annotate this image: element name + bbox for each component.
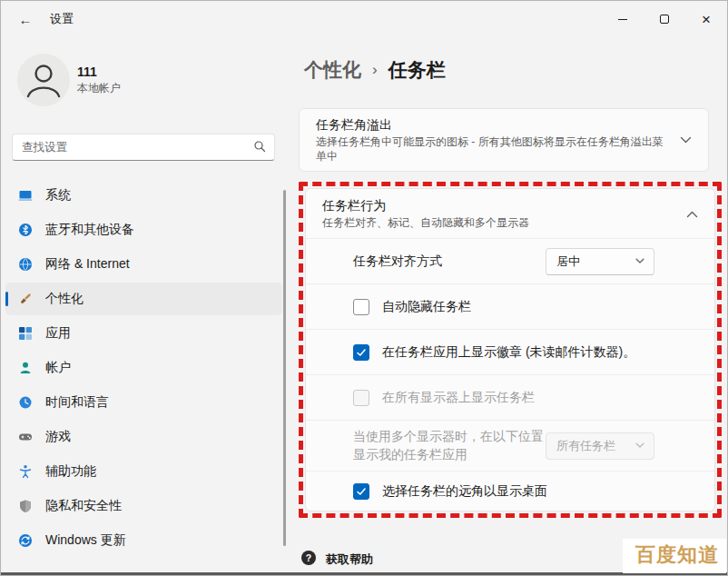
- all-displays-checkbox[interactable]: [353, 390, 369, 406]
- card-subtitle: 选择任务栏角中可能显示的图标 - 所有其他图标将显示在任务栏角溢出菜单中: [316, 134, 665, 164]
- far-corner-checkbox[interactable]: [353, 483, 369, 500]
- accounts-icon: [18, 361, 33, 375]
- sidebar-item-label: 蓝牙和其他设备: [45, 222, 134, 238]
- breadcrumb-parent[interactable]: 个性化: [304, 57, 361, 83]
- user-type: 本地帐户: [77, 81, 121, 96]
- taskbar-corner-overflow-card[interactable]: 任务栏角溢出 选择任务栏角中可能显示的图标 - 所有其他图标将显示在任务栏角溢出…: [299, 108, 709, 172]
- chevron-up-icon[interactable]: [686, 210, 698, 218]
- close-icon: ×: [702, 12, 711, 27]
- user-name: 111: [77, 65, 121, 79]
- person-icon: [18, 55, 69, 105]
- search-input[interactable]: [12, 134, 275, 161]
- row-label: 在任务栏应用上显示徽章 (未读邮件计数器)。: [382, 343, 635, 362]
- card-title: 任务栏角溢出: [316, 116, 665, 133]
- watermark: 百度知道: [623, 539, 726, 573]
- sidebar-item-label: 系统: [45, 187, 71, 204]
- sidebar-item-network[interactable]: 网络 & Internet: [5, 248, 282, 281]
- sidebar-item-label: 辅助功能: [45, 463, 96, 480]
- back-icon: ←: [19, 12, 33, 27]
- sidebar-item-privacy-security[interactable]: 隐私和安全性: [5, 490, 282, 522]
- user-account[interactable]: 111 本地帐户: [17, 54, 288, 106]
- highlight-dashed-border: 任务栏行为 任务栏对齐、标记、自动隐藏和多个显示器 任务栏对齐方式 居中: [299, 182, 722, 518]
- personalization-icon: [18, 292, 33, 306]
- sidebar-item-label: 应用: [45, 325, 71, 342]
- row-label: 在所有显示器上显示任务栏: [382, 389, 535, 407]
- avatar: [17, 54, 70, 106]
- multi-display-dropdown[interactable]: 所有任务栏: [546, 432, 654, 460]
- network-icon: [18, 257, 33, 272]
- row-taskbar-alignment: 任务栏对齐方式 居中: [306, 238, 714, 283]
- dropdown-value: 居中: [556, 253, 580, 270]
- row-show-badges: 在任务栏应用上显示徽章 (未读邮件计数器)。: [306, 329, 714, 374]
- sidebar-item-apps[interactable]: 应用: [5, 317, 282, 350]
- sidebar-item-bluetooth-devices[interactable]: 蓝牙和其他设备: [5, 214, 282, 246]
- sidebar-item-gaming[interactable]: 游戏: [5, 421, 282, 453]
- privacy-icon: [18, 499, 33, 513]
- chevron-down-icon[interactable]: [680, 136, 692, 144]
- minimize-button[interactable]: [602, 1, 644, 37]
- sidebar-nav: 系统 蓝牙和其他设备 网络 & Internet: [5, 179, 282, 557]
- row-show-on-all-displays: 在所有显示器上显示任务栏: [306, 374, 714, 420]
- check-icon: [356, 486, 367, 497]
- sidebar-item-personalization[interactable]: 个性化: [5, 283, 282, 315]
- row-far-corner-show-desktop: 选择任务栏的远角以显示桌面: [306, 471, 714, 511]
- help-label: 获取帮助: [326, 551, 373, 568]
- row-label: 选择任务栏的远角以显示桌面: [382, 482, 547, 501]
- sidebar-scrollbar[interactable]: [283, 190, 286, 546]
- chevron-down-icon: [635, 258, 644, 264]
- settings-window: ← 设置 × 111 本地帐户: [0, 0, 728, 576]
- titlebar: ← 设置 ×: [1, 1, 727, 37]
- maximize-icon: [660, 15, 669, 24]
- row-auto-hide-taskbar: 自动隐藏任务栏: [306, 283, 714, 329]
- back-button[interactable]: ←: [8, 4, 43, 35]
- row-label: 任务栏对齐方式: [353, 253, 442, 271]
- search-icon: [253, 140, 267, 157]
- windows-update-icon: [18, 533, 33, 548]
- sidebar-item-label: 网络 & Internet: [45, 256, 130, 273]
- sidebar-item-label: 个性化: [45, 291, 84, 307]
- sidebar-item-system[interactable]: 系统: [5, 179, 282, 212]
- breadcrumb-separator: ›: [372, 61, 378, 79]
- chevron-down-icon: [635, 442, 644, 449]
- sidebar-item-label: Windows 更新: [45, 532, 126, 549]
- main-content: 个性化 › 任务栏 任务栏角溢出 选择任务栏角中可能显示的图标 - 所有其他图标…: [288, 37, 728, 576]
- sidebar-item-accessibility[interactable]: 辅助功能: [5, 455, 282, 488]
- page-title: 任务栏: [389, 57, 446, 83]
- get-help-link[interactable]: ? 获取帮助: [300, 550, 373, 570]
- breadcrumb: 个性化 › 任务栏: [304, 57, 722, 83]
- row-label: 当使用多个显示器时，在以下位置显示我的任务栏应用: [353, 428, 546, 463]
- alignment-dropdown[interactable]: 居中: [546, 248, 654, 275]
- system-icon: [18, 188, 33, 203]
- sidebar-item-time-language[interactable]: 时间和语言: [5, 386, 282, 419]
- minimize-icon: [618, 19, 627, 20]
- section-title: 任务栏行为: [322, 197, 672, 214]
- dropdown-value: 所有任务栏: [556, 438, 615, 454]
- sidebar-item-label: 时间和语言: [45, 394, 109, 411]
- check-icon: [356, 347, 367, 358]
- section-subtitle: 任务栏对齐、标记、自动隐藏和多个显示器: [322, 215, 672, 230]
- row-multi-display-taskbar-apps: 当使用多个显示器时，在以下位置显示我的任务栏应用 所有任务栏: [306, 420, 714, 471]
- sidebar-item-windows-update[interactable]: Windows 更新: [5, 524, 282, 557]
- taskbar-behaviors-header[interactable]: 任务栏行为 任务栏对齐、标记、自动隐藏和多个显示器: [306, 189, 714, 238]
- apps-icon: [18, 326, 33, 341]
- sidebar-item-label: 帐户: [45, 360, 71, 376]
- sidebar: 111 本地帐户 系统: [1, 37, 288, 576]
- auto-hide-checkbox[interactable]: [353, 299, 369, 315]
- bluetooth-icon: [18, 223, 33, 237]
- show-badges-checkbox[interactable]: [353, 344, 369, 361]
- window-title: 设置: [50, 11, 74, 27]
- accessibility-icon: [18, 464, 33, 479]
- close-button[interactable]: ×: [685, 1, 727, 37]
- help-icon: ?: [300, 550, 317, 570]
- time-language-icon: [18, 395, 33, 410]
- row-label: 自动隐藏任务栏: [382, 298, 471, 316]
- gaming-icon: [18, 430, 33, 444]
- sidebar-item-accounts[interactable]: 帐户: [5, 352, 282, 384]
- svg-text:?: ?: [306, 552, 311, 563]
- taskbar-behaviors-section: 任务栏行为 任务栏对齐、标记、自动隐藏和多个显示器 任务栏对齐方式 居中: [305, 188, 715, 511]
- window-controls: ×: [602, 1, 727, 37]
- maximize-button[interactable]: [644, 1, 685, 37]
- sidebar-item-label: 游戏: [45, 429, 71, 445]
- sidebar-item-label: 隐私和安全性: [45, 498, 122, 514]
